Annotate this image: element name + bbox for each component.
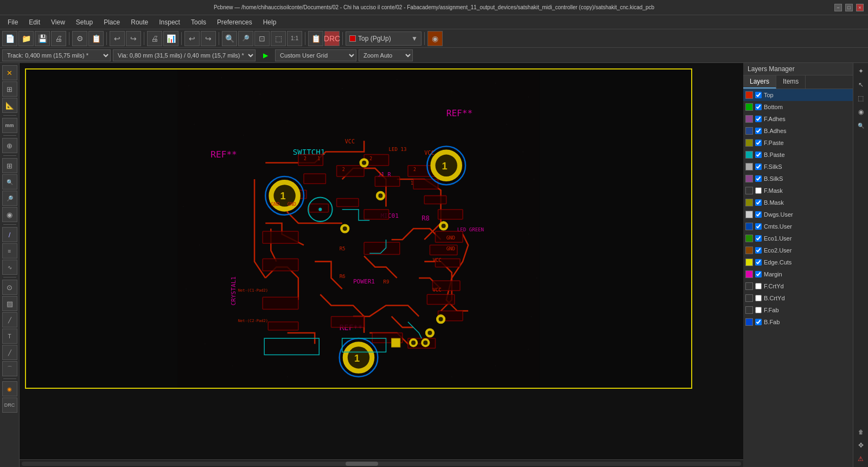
- zoom-select[interactable]: Zoom Auto: [359, 49, 413, 61]
- new-button[interactable]: 📄: [2, 31, 17, 46]
- print2-button[interactable]: 🖨: [147, 31, 162, 46]
- pcb-canvas[interactable]: REF** REF** SWITCH1 MIC01 POWER1 CRYSTAL…: [25, 68, 692, 389]
- plot-button[interactable]: 📊: [163, 31, 178, 46]
- draw-rule-tool[interactable]: ╱: [2, 312, 17, 327]
- layer-row-fcrtyd[interactable]: F.CrtYd: [743, 280, 853, 292]
- layer-row-cmtsuser[interactable]: Cmts.User: [743, 220, 853, 232]
- layer-check-bottom[interactable]: [755, 104, 762, 110]
- canvas-area[interactable]: REF** REF** SWITCH1 MIC01 POWER1 CRYSTAL…: [20, 63, 743, 467]
- layer-row-dwgsuser[interactable]: Dwgs.User: [743, 209, 853, 220]
- ruler-tool[interactable]: 📐: [2, 98, 17, 113]
- highlight-net-button[interactable]: ◉: [427, 31, 443, 46]
- layers-zoom-button[interactable]: ⬚: [855, 92, 867, 104]
- layer-check-fsilks[interactable]: [755, 163, 762, 170]
- add-pad-tool[interactable]: ⊙: [2, 280, 17, 295]
- layer-row-eco2user[interactable]: Eco2.User: [743, 244, 853, 256]
- layer-row-fpaste[interactable]: F.Paste: [743, 137, 853, 149]
- highlight-tool[interactable]: ◉: [2, 381, 17, 396]
- layer-check-ffab[interactable]: [755, 307, 762, 313]
- layer-row-fsilks[interactable]: F.SilkS: [743, 161, 853, 173]
- layer-check-bsilks[interactable]: [755, 175, 762, 182]
- save-button[interactable]: 💾: [35, 31, 50, 46]
- layer-check-fcrtyd[interactable]: [755, 283, 762, 289]
- layers-net-button[interactable]: ◉: [855, 106, 867, 118]
- layer-check-edgecuts[interactable]: [755, 259, 762, 266]
- layer-check-bfab[interactable]: [755, 319, 762, 325]
- maximize-button[interactable]: □: [845, 4, 853, 11]
- tab-layers[interactable]: Layers: [743, 75, 776, 89]
- layers-warning-button[interactable]: ⚠: [855, 453, 867, 465]
- route-diff-pair-tool[interactable]: ≡: [2, 243, 17, 258]
- scroll-track[interactable]: [22, 462, 741, 466]
- menu-preferences[interactable]: Preferences: [212, 17, 258, 27]
- grid-tool[interactable]: ⊞: [2, 81, 17, 97]
- menu-view[interactable]: View: [46, 17, 71, 27]
- menu-help[interactable]: Help: [258, 17, 282, 27]
- layer-check-fmask[interactable]: [755, 187, 762, 194]
- zoom-100-button[interactable]: 1:1: [287, 31, 302, 46]
- layer-row-bfab[interactable]: B.Fab: [743, 316, 853, 328]
- grid-origin-tool[interactable]: ⊞: [2, 158, 17, 173]
- menu-route[interactable]: Route: [125, 17, 154, 27]
- tab-items[interactable]: Items: [776, 75, 806, 89]
- menu-setup[interactable]: Setup: [71, 17, 98, 27]
- route-track-tool[interactable]: /: [2, 227, 17, 242]
- menu-edit[interactable]: Edit: [23, 17, 46, 27]
- layer-check-badhes[interactable]: [755, 128, 762, 134]
- draw-arc-tool[interactable]: ⌒: [2, 361, 17, 376]
- layer-row-fadhes[interactable]: F.Adhes: [743, 113, 853, 125]
- layer-check-fpaste[interactable]: [755, 140, 762, 146]
- undo2-button[interactable]: ↩: [184, 31, 200, 46]
- netlist-button[interactable]: 📋: [308, 31, 323, 46]
- layer-row-bsilks[interactable]: B.SilkS: [743, 173, 853, 185]
- layer-row-bottom[interactable]: Bottom: [743, 101, 853, 113]
- layer-row-top[interactable]: Top: [743, 89, 853, 101]
- layers-cursor-button[interactable]: ↖: [855, 79, 867, 91]
- layer-row-ffab[interactable]: F.Fab: [743, 304, 853, 316]
- pcb-viewport[interactable]: REF** REF** SWITCH1 MIC01 POWER1 CRYSTAL…: [20, 63, 743, 459]
- layer-check-bmask[interactable]: [755, 199, 762, 206]
- layers-move-button[interactable]: ✥: [855, 439, 867, 451]
- zoom-out-left-tool[interactable]: 🔎: [2, 191, 17, 206]
- layer-row-badhes[interactable]: B.Adhes: [743, 125, 853, 137]
- zoom-in-left-tool[interactable]: 🔍: [2, 174, 17, 190]
- tune-track-tool[interactable]: ∿: [2, 260, 17, 275]
- zoom-area-button[interactable]: ⬚: [271, 31, 286, 46]
- close-button[interactable]: ×: [856, 4, 864, 11]
- layer-check-fadhes[interactable]: [755, 116, 762, 122]
- layer-check-eco1user[interactable]: [755, 235, 762, 242]
- select-tool[interactable]: ✕: [2, 65, 17, 80]
- via-select[interactable]: Via: 0,80 mm (31,5 mils) / 0,40 mm (15,7…: [113, 49, 256, 61]
- track-select[interactable]: Track: 0,400 mm (15,75 mils) *: [2, 49, 111, 61]
- layer-check-cmtsuser[interactable]: [755, 223, 762, 230]
- zoom-out-button[interactable]: 🔎: [238, 31, 253, 46]
- scroll-thumb[interactable]: [346, 462, 378, 466]
- zoom-fit-button[interactable]: ⊡: [254, 31, 270, 46]
- zoom-in-button[interactable]: 🔍: [222, 31, 237, 46]
- layers-zoom-in-button[interactable]: 🔍: [855, 119, 867, 131]
- layer-check-margin[interactable]: [755, 271, 762, 277]
- copy-button[interactable]: 📋: [88, 31, 104, 46]
- layer-row-bcrtyd[interactable]: B.CrtYd: [743, 292, 853, 304]
- layer-check-eco2user[interactable]: [755, 247, 762, 254]
- layer-row-bmask[interactable]: B.Mask: [743, 197, 853, 209]
- net-inspector-tool[interactable]: ◉: [2, 207, 17, 222]
- menu-file[interactable]: File: [2, 17, 23, 27]
- pcb-setup-button[interactable]: ⚙: [72, 31, 87, 46]
- draw-line-tool[interactable]: ╱: [2, 345, 17, 360]
- draw-text-tool[interactable]: T: [2, 329, 17, 344]
- redo-button[interactable]: ↪: [126, 31, 141, 46]
- layer-check-top[interactable]: [755, 92, 762, 98]
- layer-row-bpaste[interactable]: B.Paste: [743, 149, 853, 161]
- layer-check-bpaste[interactable]: [755, 152, 762, 158]
- menu-tools[interactable]: Tools: [186, 17, 212, 27]
- menu-place[interactable]: Place: [98, 17, 125, 27]
- layer-row-eco1user[interactable]: Eco1.User: [743, 232, 853, 244]
- layer-check-bcrtyd[interactable]: [755, 295, 762, 301]
- menu-inspect[interactable]: Inspect: [154, 17, 186, 27]
- draw-zone-tool[interactable]: ▨: [2, 296, 17, 311]
- origin-tool[interactable]: ⊕: [2, 138, 17, 153]
- grid-select[interactable]: Custom User Grid: [275, 49, 356, 61]
- layers-delete-button[interactable]: 🗑: [855, 426, 867, 438]
- open-button[interactable]: 📁: [18, 31, 34, 46]
